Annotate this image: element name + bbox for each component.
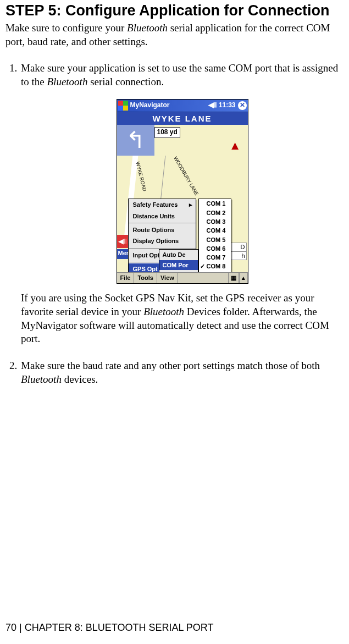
road-name-banner: WYKE LANE bbox=[117, 112, 248, 125]
submenu-com-port[interactable]: COM Por bbox=[159, 260, 198, 270]
submenu-baud-rate[interactable]: Baud Ra bbox=[159, 270, 198, 272]
gps-submenu: Auto De COM Por Baud Ra bbox=[159, 249, 198, 272]
tools-menu-button[interactable]: Tools bbox=[134, 273, 157, 283]
com5-option[interactable]: COM 5 bbox=[199, 235, 231, 244]
device-frame: MyNavigator ◀⦀ 11:33 ✕ WYKE LANE ↰ 108 y… bbox=[117, 99, 248, 284]
speaker-icon[interactable]: ◀⦀ bbox=[208, 101, 217, 110]
intro-text-a: Make sure to configure your bbox=[5, 22, 127, 34]
step2-text-a: Make sure the baud rate and any other po… bbox=[21, 360, 320, 371]
step2-bluetooth-em: Bluetooth bbox=[21, 373, 62, 385]
com6-option[interactable]: COM 6 bbox=[199, 244, 231, 253]
step2-text-b: devices. bbox=[62, 373, 98, 385]
com-port-submenu: COM 1 COM 2 COM 3 COM 4 COM 5 COM 6 COM … bbox=[198, 199, 231, 272]
clock-time: 11:33 bbox=[219, 101, 236, 110]
page-heading: STEP 5: Configure Application for Connec… bbox=[5, 1, 344, 20]
titlebar: MyNavigator ◀⦀ 11:33 ✕ bbox=[117, 100, 248, 112]
step1-bluetooth-em: Bluetooth bbox=[47, 76, 88, 87]
app-name: MyNavigator bbox=[130, 101, 170, 110]
alert-panel[interactable]: ◀⦀ bbox=[117, 235, 128, 248]
steps-list: Make sure your application is set to use… bbox=[5, 62, 344, 386]
woodbury-lane-label: WOODBURY LANE bbox=[171, 156, 199, 197]
menu-safety-features[interactable]: Safety Features bbox=[129, 199, 196, 210]
com2-option[interactable]: COM 2 bbox=[199, 208, 231, 217]
map-area[interactable]: ↰ 108 yd ▲ WYKE ROAD WOODBURY LANE ◀⦀ Me… bbox=[117, 125, 248, 272]
close-icon[interactable]: ✕ bbox=[238, 101, 247, 110]
intro-bluetooth-em: Bluetooth bbox=[127, 22, 168, 34]
up-caret-icon[interactable]: ▴ bbox=[239, 273, 248, 283]
page-footer: 70 | CHAPTER 8: BLUETOOTH SERIAL PORT bbox=[5, 621, 213, 634]
com9-option[interactable]: COM 9 bbox=[199, 271, 231, 273]
distance-badge: 108 yd bbox=[154, 127, 180, 138]
device-screenshot: MyNavigator ◀⦀ 11:33 ✕ WYKE LANE ↰ 108 y… bbox=[21, 99, 344, 284]
keyboard-icon[interactable]: ▦ bbox=[228, 273, 239, 283]
com1-option[interactable]: COM 1 bbox=[199, 199, 231, 208]
menu-separator bbox=[129, 248, 196, 249]
menu-route-options[interactable]: Route Options bbox=[129, 224, 196, 235]
view-menu-button[interactable]: View bbox=[157, 273, 178, 283]
windows-flag-icon[interactable] bbox=[118, 101, 128, 111]
step1-after-text: If you are using the Socket GPS Nav Kit,… bbox=[21, 291, 344, 346]
file-menu-button[interactable]: File bbox=[117, 273, 135, 283]
submenu-auto-detect[interactable]: Auto De bbox=[159, 250, 198, 260]
turn-indicator-panel: ↰ bbox=[117, 125, 154, 156]
intro-paragraph: Make sure to configure your Bluetooth se… bbox=[5, 21, 344, 48]
compass-north-icon: ▲ bbox=[229, 138, 241, 154]
com8-option-selected[interactable]: COM 8 bbox=[199, 262, 231, 271]
menu-separator bbox=[129, 223, 196, 223]
com3-option[interactable]: COM 3 bbox=[199, 217, 231, 226]
step-2: Make sure the baud rate and any other po… bbox=[20, 359, 344, 386]
left-turn-arrow-icon: ↰ bbox=[126, 129, 145, 152]
menu-distance-units[interactable]: Distance Units bbox=[129, 211, 196, 222]
step1-text-b: serial connection. bbox=[87, 76, 164, 87]
bottom-command-bar: File Tools View ▦ ▴ bbox=[117, 272, 248, 283]
com7-option[interactable]: COM 7 bbox=[199, 253, 231, 262]
step1-after-bluetooth-em: Bluetooth bbox=[143, 306, 184, 317]
step-1: Make sure your application is set to use… bbox=[20, 62, 344, 346]
com4-option[interactable]: COM 4 bbox=[199, 226, 231, 235]
bar-filler bbox=[178, 273, 228, 283]
menu-display-options[interactable]: Display Options bbox=[129, 235, 196, 246]
